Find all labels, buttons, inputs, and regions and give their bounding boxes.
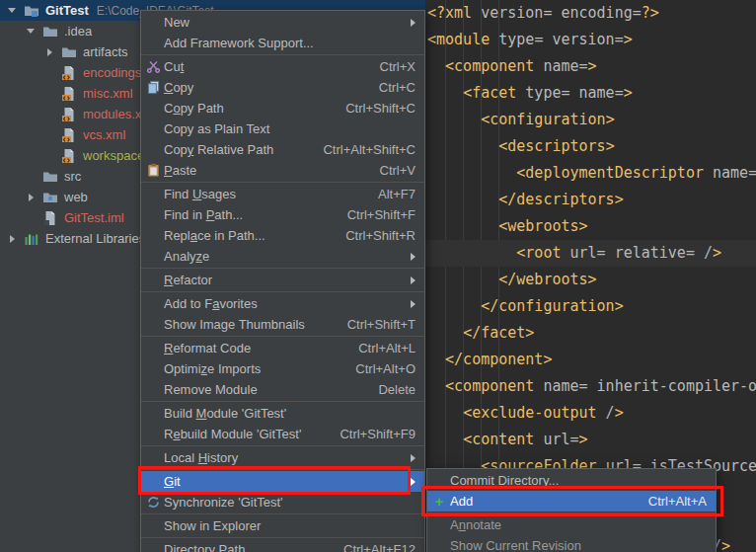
mnemonic: P <box>206 207 215 222</box>
code-line: <?xml version= encoding=?> <box>425 0 756 27</box>
menu-separator-line <box>141 469 424 470</box>
code-token: type <box>525 84 561 102</box>
xml-file-icon <box>61 148 77 164</box>
menu-icon-spacer <box>145 142 161 158</box>
menu-item-git[interactable]: Git <box>141 471 424 492</box>
menu-item-replace-in-path[interactable]: Replace in Path...Ctrl+Shift+R <box>141 225 424 246</box>
xml-file-icon <box>61 86 77 102</box>
tree-item-label: artifacts <box>83 44 128 59</box>
mnemonic: a <box>190 228 197 243</box>
code-token <box>427 351 445 368</box>
code-token: <component <box>445 377 534 395</box>
tree-item-label: misc.xml <box>83 86 133 101</box>
menu-separator-line <box>427 513 716 513</box>
cut-icon <box>145 59 161 75</box>
submenu-arrow-icon <box>411 300 419 308</box>
code-token <box>427 324 463 342</box>
code-line: <facet type= name=> <box>425 80 756 107</box>
menu-item-label: Replace in Path... <box>164 228 328 243</box>
menu-shortcut: Ctrl+Alt+L <box>358 341 416 355</box>
menu-icon-spacer <box>145 542 161 552</box>
code-token: > <box>713 244 721 262</box>
menu-item-reformat-code[interactable]: Reformat CodeCtrl+Alt+L <box>141 338 424 358</box>
menu-item-copy-relative-path[interactable]: Copy Relative PathCtrl+Alt+Shift+C <box>141 139 424 160</box>
menu-separator-line <box>141 54 424 55</box>
chevron-expanded-icon[interactable] <box>23 29 38 34</box>
menu-item-paste[interactable]: PasteCtrl+V <box>141 160 424 181</box>
code-token: / <box>695 244 713 262</box>
menu-item-copy[interactable]: CopyCtrl+C <box>141 77 424 98</box>
code-token <box>516 84 525 102</box>
menu-item-copy-as-plain-text[interactable]: Copy as Plain Text <box>141 118 424 139</box>
menu-item-label: Local History <box>164 450 403 465</box>
code-token: version <box>481 4 543 22</box>
tree-item-label: .idea <box>64 24 92 39</box>
menu-item-rebuild-module-gittest[interactable]: Rebuild Module 'GitTest'Ctrl+Shift+F9 <box>141 424 424 444</box>
menu-item-remove-module[interactable]: Remove ModuleDelete <box>141 379 424 400</box>
menu-item-show-current-revision[interactable]: Show Current Revision <box>427 535 716 552</box>
code-token: <deploymentDescriptor <box>516 164 704 182</box>
menu-item-show-image-thumbnails[interactable]: Show Image ThumbnailsCtrl+Shift+T <box>141 314 424 335</box>
menu-shortcut: Ctrl+Shift+F <box>347 207 416 222</box>
menu-separator-line <box>141 401 424 402</box>
menu-item-synchronize-gittest[interactable]: Synchronize 'GitTest' <box>141 492 424 513</box>
menu-item-label: Remove Module <box>164 382 360 397</box>
code-token <box>427 191 498 208</box>
mnemonic: t <box>181 59 185 74</box>
code-line: <component name= inherit-compiler-output… <box>425 373 756 400</box>
chevron-collapsed-icon[interactable] <box>4 235 20 243</box>
code-token: <content <box>463 431 534 448</box>
menu-item-find-in-path[interactable]: Find in Path...Ctrl+Shift+F <box>141 204 424 225</box>
code-token <box>427 404 463 422</box>
menu-shortcut: Ctrl+Shift+C <box>345 101 416 116</box>
mnemonic: t <box>491 473 494 488</box>
menu-item-label: Synchronize 'GitTest' <box>164 495 416 510</box>
code-token: name <box>543 57 578 75</box>
menu-item-refactor[interactable]: Refactor <box>141 270 424 290</box>
menu-item-find-usages[interactable]: Find UsagesAlt+F7 <box>141 184 424 204</box>
menu-item-add-to-favorites[interactable]: Add to Favorites <box>141 293 424 314</box>
chevron-expanded-icon[interactable] <box>4 8 20 13</box>
code-line: <root url= relative= /> <box>425 240 756 267</box>
menu-icon-spacer <box>145 382 161 398</box>
menu-item-directory-path[interactable]: Directory PathCtrl+Alt+F12 <box>141 539 424 552</box>
plus-glyph: + <box>435 494 444 509</box>
menu-icon-spacer <box>145 361 161 377</box>
code-token: </configuration <box>481 297 614 315</box>
code-token <box>427 164 516 182</box>
code-token: <facet <box>463 84 516 102</box>
menu-shortcut: Ctrl+V <box>380 163 416 178</box>
chevron-collapsed-icon[interactable] <box>41 48 57 56</box>
menu-item-label: Cut <box>164 59 362 74</box>
menu-item-copy-path[interactable]: Copy PathCtrl+Shift+C <box>141 98 424 118</box>
mnemonic: C <box>164 80 173 95</box>
project-folder-icon <box>24 3 39 19</box>
menu-item-label: Show in Explorer <box>164 518 416 533</box>
menu-item-annotate[interactable]: Annotate <box>427 514 716 535</box>
menu-item-optimize-imports[interactable]: Optimize ImportsCtrl+Alt+O <box>141 358 424 379</box>
mnemonic: M <box>196 406 207 421</box>
code-token: = <box>597 244 606 262</box>
code-token <box>606 244 615 262</box>
menu-separator-line <box>141 445 424 446</box>
idea-window: <?xml version= encoding=?><module type= … <box>0 0 756 552</box>
menu-item-analyze[interactable]: Analyze <box>141 246 424 267</box>
menu-item-add[interactable]: +AddCtrl+Alt+A <box>427 491 716 512</box>
menu-item-cut[interactable]: CutCtrl+X <box>141 56 424 77</box>
chevron-collapsed-icon[interactable] <box>23 194 38 201</box>
mnemonic: U <box>192 187 201 201</box>
code-line: <webroots> <box>425 213 756 240</box>
submenu-arrow-icon <box>411 478 419 486</box>
menu-item-commit-directory[interactable]: Commit Directory... <box>427 470 716 491</box>
menu-item-add-framework-support[interactable]: Add Framework Support... <box>141 33 424 53</box>
tree-item-label: web <box>64 190 88 204</box>
menu-item-label: Build Module 'GitTest' <box>164 406 416 421</box>
menu-item-new[interactable]: New <box>141 12 424 33</box>
menu-item-build-module-gittest[interactable]: Build Module 'GitTest' <box>141 403 424 424</box>
menu-item-label: Rebuild Module 'GitTest' <box>164 427 322 441</box>
code-token <box>704 164 713 182</box>
menu-item-local-history[interactable]: Local History <box>141 447 424 468</box>
folder-icon <box>42 24 58 39</box>
menu-item-show-in-explorer[interactable]: Show in Explorer <box>141 515 424 536</box>
code-token: / <box>597 404 615 422</box>
